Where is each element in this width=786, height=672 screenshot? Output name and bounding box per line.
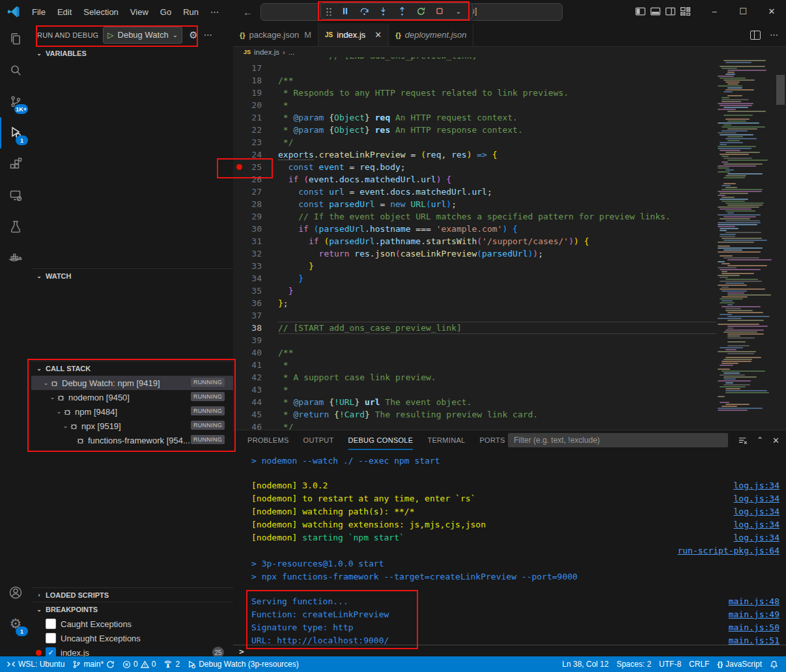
gutter[interactable] [233, 124, 245, 136]
section-breakpoints[interactable]: ⌄BREAKPOINTS [31, 602, 233, 617]
gutter[interactable] [233, 210, 245, 223]
gutter[interactable] [233, 74, 245, 87]
gutter[interactable] [233, 371, 245, 384]
tab-index.js[interactable]: JSindex.js✕ [318, 23, 389, 46]
settings-gear-icon[interactable]: ⚙1 [0, 608, 31, 639]
gutter[interactable] [233, 384, 245, 396]
gutter[interactable] [233, 111, 245, 124]
menu-selection[interactable]: Selection [77, 7, 124, 17]
debug-console-input[interactable]: > [233, 645, 786, 657]
toggle-secondary-sidebar-icon[interactable] [665, 6, 676, 17]
status-error[interactable]: 00 [119, 656, 160, 672]
status-javascript[interactable]: {}JavaScript [713, 656, 766, 672]
breakpoint-row[interactable]: Caught Exceptions [31, 617, 233, 631]
testing-icon[interactable] [0, 211, 31, 242]
panel-tab-problems[interactable]: PROBLEMS [247, 430, 289, 450]
panel-tab-terminal[interactable]: TERMINAL [427, 430, 465, 450]
gutter[interactable] [233, 198, 245, 210]
status-bell[interactable] [766, 656, 782, 672]
menu-run[interactable]: Run [177, 7, 204, 17]
tab-package.json[interactable]: {}package.jsonM [233, 23, 318, 46]
toggle-sidebar-icon[interactable] [635, 6, 646, 17]
drag-grip-icon[interactable] [326, 7, 332, 16]
remote-explorer-icon[interactable] [0, 180, 31, 211]
gutter[interactable] [233, 62, 245, 74]
run-debug-icon[interactable]: 1 [0, 117, 31, 148]
minimap[interactable] [716, 57, 775, 430]
gutter[interactable] [233, 173, 245, 186]
close-panel-icon[interactable]: ✕ [772, 436, 779, 445]
gutter[interactable] [233, 136, 245, 148]
gutter[interactable] [233, 235, 245, 247]
source-link[interactable]: log.js:34 [734, 518, 779, 531]
panel-tab-output[interactable]: OUTPUT [303, 430, 334, 450]
section-loaded-scripts[interactable]: ›LOADED SCRIPTS [31, 588, 233, 602]
console-filter-input[interactable] [508, 433, 728, 447]
source-control-icon[interactable]: 1K+ [0, 86, 31, 117]
status-broadcast[interactable]: 2 [160, 656, 184, 672]
breadcrumb[interactable]: JS index.js › ... [233, 47, 786, 57]
account-icon[interactable] [0, 577, 31, 608]
customize-layout-icon[interactable] [680, 6, 691, 17]
breakpoint-checkbox[interactable] [46, 619, 56, 629]
gutter[interactable] [233, 87, 245, 99]
gutter[interactable] [233, 161, 245, 173]
call-stack-session[interactable]: ⌄Debug Watch: npm [9419]RUNNING [31, 376, 233, 390]
source-link[interactable]: log.js:34 [734, 505, 779, 518]
step-over-button[interactable] [358, 5, 371, 18]
source-link[interactable]: log.js:34 [734, 479, 779, 492]
more-actions-icon[interactable]: ⋯ [204, 30, 212, 40]
split-editor-icon[interactable] [750, 31, 761, 40]
status-debug-alt[interactable]: Debug Watch (3p-resources) [184, 656, 303, 672]
section-call-stack[interactable]: ⌄CALL STACK [31, 361, 233, 376]
status-spaces-2[interactable]: Spaces: 2 [613, 656, 655, 672]
status-ln-38-col-12[interactable]: Ln 38, Col 12 [558, 656, 612, 672]
source-link[interactable]: main.js:50 [729, 621, 779, 634]
gutter[interactable] [233, 309, 245, 322]
pause-button[interactable] [339, 5, 352, 18]
docker-icon[interactable] [0, 242, 31, 273]
call-stack-session[interactable]: ⌄npx [9519]RUNNING [31, 419, 233, 433]
source-link[interactable]: run-script-pkg.js:64 [677, 544, 779, 557]
debug-console-output[interactable]: > nodemon --watch ./ --exec npm start[no… [233, 450, 786, 650]
section-watch[interactable]: ⌄WATCH [31, 269, 233, 283]
debug-settings-gear-icon[interactable]: ⚙ [189, 29, 197, 41]
step-into-button[interactable] [376, 5, 389, 18]
status-remote-indicator[interactable]: WSL: Ubuntu [3, 656, 68, 672]
close-tab-icon[interactable]: ✕ [374, 30, 382, 40]
gutter[interactable] [233, 396, 245, 408]
menu-more[interactable]: ⋯ [204, 7, 225, 17]
menu-view[interactable]: View [124, 7, 154, 17]
step-out-button[interactable] [395, 5, 408, 18]
editor-scrollbar[interactable] [775, 57, 786, 430]
call-stack-session[interactable]: functions-framework [954...RUNNING [31, 433, 233, 447]
nav-back-icon[interactable]: ← [243, 7, 253, 18]
search-icon[interactable] [0, 55, 31, 86]
gutter[interactable] [233, 223, 245, 235]
status-utf-8[interactable]: UTF-8 [655, 656, 685, 672]
source-link[interactable]: log.js:34 [734, 492, 779, 505]
start-debug-icon[interactable]: ▷ [107, 31, 113, 40]
gutter[interactable] [233, 272, 245, 285]
gutter[interactable] [233, 334, 245, 346]
source-link[interactable]: log.js:34 [734, 531, 779, 544]
tab-deployment.json[interactable]: {}deployment.json [389, 23, 473, 46]
gutter[interactable] [233, 421, 245, 430]
gutter[interactable] [233, 285, 245, 297]
breakpoint-row[interactable]: Uncaught Exceptions [31, 631, 233, 645]
maximize-panel-icon[interactable]: ⌃ [757, 436, 763, 445]
panel-tab-debug-console[interactable]: DEBUG CONSOLE [348, 430, 414, 450]
gutter[interactable] [233, 297, 245, 309]
gutter[interactable] [233, 247, 245, 260]
call-stack-session[interactable]: ⌄npm [9484]RUNNING [31, 404, 233, 419]
stop-button[interactable] [433, 5, 446, 18]
gutter[interactable] [233, 260, 245, 272]
chevron-down-icon[interactable]: ⌄ [452, 5, 465, 18]
gutter[interactable] [233, 186, 245, 198]
restart-button[interactable] [414, 5, 427, 18]
status-git-branch[interactable]: main* [68, 656, 119, 672]
gutter[interactable] [233, 408, 245, 421]
call-stack-session[interactable]: ⌄nodemon [9450]RUNNING [31, 390, 233, 404]
section-variables[interactable]: ⌄VARIABLES [31, 46, 233, 61]
gutter[interactable] [233, 148, 245, 161]
